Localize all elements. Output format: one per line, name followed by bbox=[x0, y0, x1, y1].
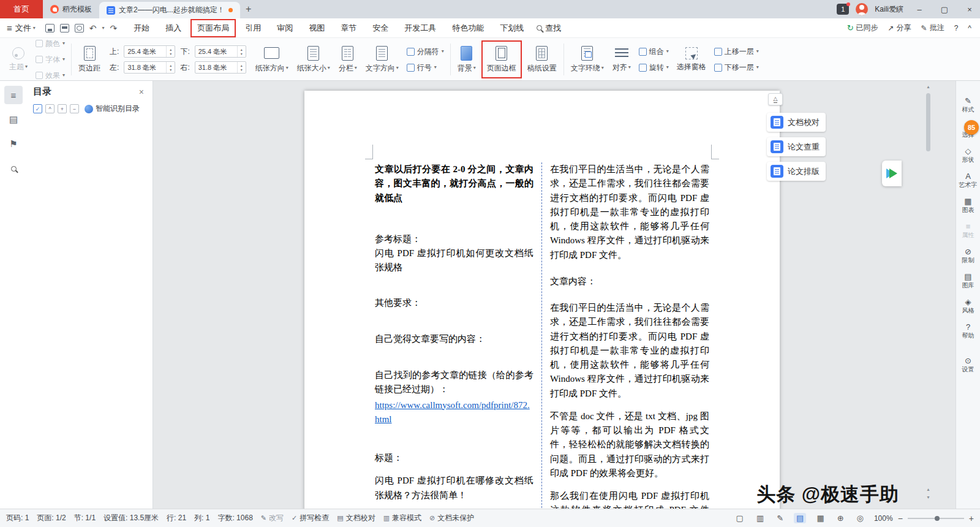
member-badge[interactable]: 85 bbox=[964, 120, 979, 135]
bookmark-tab-icon[interactable]: ⚑ bbox=[4, 135, 23, 153]
margin-bottom-input[interactable]: 25.4 毫米▴▾ bbox=[195, 45, 246, 58]
close-icon[interactable]: × bbox=[137, 87, 146, 97]
multi-page-icon[interactable]: ▥ bbox=[754, 513, 766, 523]
spinner-arrows-icon[interactable]: ▴▾ bbox=[237, 46, 246, 57]
text-direction-button[interactable]: 文字方向▾ bbox=[361, 40, 403, 79]
doc-proofread-button[interactable]: 文档校对 bbox=[767, 113, 826, 132]
avatar[interactable] bbox=[856, 3, 868, 15]
selection-pane-button[interactable]: 选择窗格 bbox=[673, 40, 710, 79]
menu-start[interactable]: 开始 bbox=[126, 19, 157, 37]
fit-screen-icon[interactable]: ▢ bbox=[734, 513, 746, 523]
maximize-button[interactable]: ▢ bbox=[935, 0, 954, 18]
next-page-icon[interactable]: ▾ bbox=[927, 495, 929, 500]
bring-forward-button[interactable]: 上移一层▾ bbox=[714, 47, 759, 57]
paper-orientation-button[interactable]: 纸张方向▾ bbox=[251, 40, 293, 79]
compat-mode-label[interactable]: ▥兼容模式 bbox=[383, 513, 421, 523]
menu-underline[interactable]: 下划线 bbox=[492, 19, 532, 37]
outline-filter-icon[interactable]: ✓ bbox=[33, 104, 42, 113]
margin-top-input[interactable]: 25.4 毫米▴▾ bbox=[124, 45, 175, 58]
rt-wordart-button[interactable]: A艺术字 bbox=[959, 172, 978, 188]
eye-protection-icon[interactable]: ◎ bbox=[854, 513, 866, 523]
vertical-scrollbar[interactable]: ▴ ▴ ▾ bbox=[925, 85, 931, 500]
rotate-button[interactable]: 旋转▾ bbox=[639, 63, 669, 73]
outline-expand-icon[interactable]: + bbox=[58, 104, 67, 113]
home-tab[interactable]: 首页 bbox=[0, 0, 43, 18]
rt-restrict-button[interactable]: ⊘限制 bbox=[962, 248, 974, 264]
rt-chart-button[interactable]: ▦图表 bbox=[962, 197, 974, 213]
menu-page-layout[interactable]: 页面布局 bbox=[190, 19, 236, 37]
hamburger-icon[interactable]: ≡ bbox=[4, 23, 15, 33]
document-tab[interactable]: 文章2——闪电...起步就能搞定！ bbox=[99, 2, 240, 18]
spinner-arrows-icon[interactable]: ▴▾ bbox=[166, 46, 175, 57]
columns-button[interactable]: 分栏▾ bbox=[334, 40, 361, 79]
print-icon[interactable] bbox=[60, 24, 69, 32]
thumbnails-tab-icon[interactable]: ▤ bbox=[4, 110, 23, 129]
theme-button[interactable]: 主题▾ bbox=[5, 40, 32, 79]
outline-tab-icon[interactable]: ≡ bbox=[4, 86, 23, 104]
paper-typeset-button[interactable]: 论文排版 bbox=[767, 162, 826, 181]
zoom-in-button[interactable]: + bbox=[969, 514, 974, 523]
rt-help-button[interactable]: ?帮助 bbox=[962, 323, 974, 339]
group-button[interactable]: 组合▾ bbox=[639, 47, 669, 57]
menu-special-features[interactable]: 特色功能 bbox=[444, 19, 492, 37]
rt-theme-style-button[interactable]: ◈风格 bbox=[962, 298, 974, 314]
reference-link[interactable]: https://www.callmysoft.com/pdfprint/872.… bbox=[375, 400, 530, 424]
sync-status[interactable]: ↻ 已同步 bbox=[847, 23, 878, 33]
wps-assistant-button[interactable] bbox=[882, 161, 902, 186]
undo-icon[interactable]: ↶ bbox=[89, 24, 97, 32]
scroll-up-icon[interactable]: ▴ bbox=[925, 85, 931, 89]
scrollbar-thumb[interactable] bbox=[926, 93, 930, 151]
minimize-button[interactable]: – bbox=[910, 0, 929, 18]
status-word-count[interactable]: 字数: 1068 bbox=[217, 513, 252, 523]
menu-view[interactable]: 视图 bbox=[301, 19, 333, 37]
menu-references[interactable]: 引用 bbox=[237, 19, 269, 37]
help-button[interactable]: ? bbox=[954, 24, 959, 32]
outline-collapse-icon[interactable]: − bbox=[70, 104, 79, 113]
find-button[interactable]: 查找 bbox=[537, 23, 561, 34]
new-tab-button[interactable]: + bbox=[240, 0, 257, 18]
theme-effect-button[interactable]: 效果▾ bbox=[36, 70, 65, 81]
align-button[interactable]: 对齐▾ bbox=[608, 40, 635, 79]
rt-shape-button[interactable]: ◇形状 bbox=[962, 147, 974, 163]
rt-style-button[interactable]: ✎样式 bbox=[962, 97, 974, 113]
zoom-slider-handle[interactable] bbox=[935, 516, 940, 521]
ink-icon[interactable]: ✎ bbox=[774, 513, 786, 523]
zoom-level[interactable]: 100% bbox=[874, 514, 893, 523]
menu-review[interactable]: 审阅 bbox=[269, 19, 301, 37]
find-tab-icon[interactable] bbox=[4, 159, 23, 178]
margin-right-input[interactable]: 31.8 毫米▴▾ bbox=[195, 61, 246, 74]
rt-settings-button[interactable]: ⊙设置 bbox=[962, 357, 974, 373]
overwrite-toggle[interactable]: ✎改写 bbox=[261, 513, 284, 523]
outline-view-icon[interactable]: ▦ bbox=[814, 513, 826, 523]
text-wrap-button[interactable]: 文字环绕▾ bbox=[567, 40, 608, 79]
username[interactable]: Kaili爱縯 bbox=[875, 4, 903, 15]
comment-button[interactable]: ✎ 批注 bbox=[921, 23, 944, 33]
collapse-tools-button[interactable]: △ bbox=[768, 93, 783, 105]
spinner-arrows-icon[interactable]: ▴▾ bbox=[166, 62, 175, 73]
close-button[interactable]: × bbox=[960, 0, 979, 18]
page-view-icon[interactable]: ▤ bbox=[794, 513, 806, 523]
menu-dev-tools[interactable]: 开发工具 bbox=[396, 19, 444, 37]
file-menu[interactable]: 文件 ▾ bbox=[15, 23, 40, 34]
page-border-button[interactable]: 页面边框 bbox=[483, 45, 521, 75]
share-button[interactable]: ↗ 分享 bbox=[888, 23, 911, 33]
paper-size-button[interactable]: 纸张大小▾ bbox=[293, 40, 334, 79]
paper-setup-button[interactable]: 稿纸设置 bbox=[523, 40, 561, 79]
rt-gallery-button[interactable]: ▤图库 bbox=[962, 273, 974, 289]
menu-security[interactable]: 安全 bbox=[364, 19, 396, 37]
notification-badge[interactable]: 1 bbox=[837, 4, 849, 15]
margins-button[interactable]: 页边距 bbox=[74, 40, 105, 79]
save-icon[interactable] bbox=[45, 24, 55, 32]
theme-color-button[interactable]: 颜色▾ bbox=[36, 39, 65, 49]
outline-up-icon[interactable]: ^ bbox=[45, 104, 55, 113]
spinner-arrows-icon[interactable]: ▴▾ bbox=[237, 62, 246, 73]
margin-left-input[interactable]: 31.8 毫米▴▾ bbox=[124, 61, 175, 74]
zoom-out-button[interactable]: − bbox=[898, 514, 903, 523]
undo-caret-icon[interactable]: ▾ bbox=[102, 26, 105, 31]
collapse-ribbon-button[interactable]: ^ bbox=[968, 24, 971, 32]
line-number-button[interactable]: 行号▾ bbox=[407, 63, 444, 73]
web-view-icon[interactable]: ⊕ bbox=[835, 513, 846, 523]
theme-font-button[interactable]: 字体▾ bbox=[36, 55, 65, 65]
paper-plagiarism-button[interactable]: 论文查重 bbox=[767, 137, 826, 156]
print-preview-icon[interactable] bbox=[75, 24, 84, 32]
